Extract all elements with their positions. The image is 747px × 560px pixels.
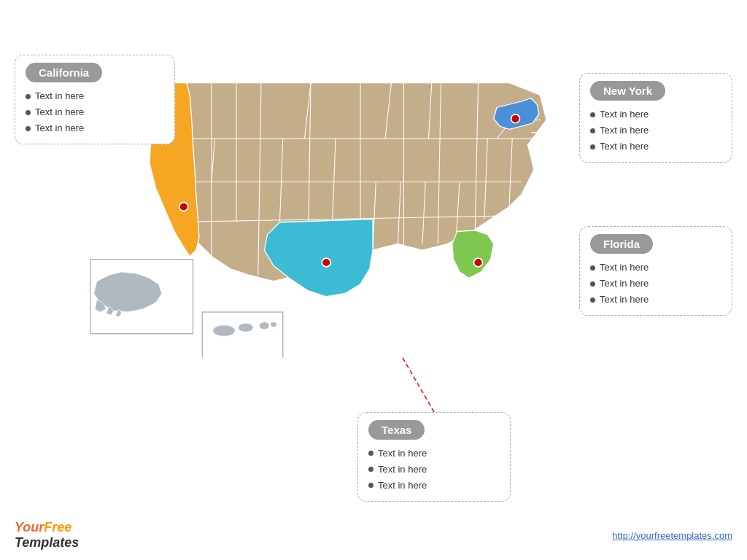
list-item: Text in here	[26, 104, 164, 120]
svg-point-34	[239, 323, 253, 332]
california-items: Text in here Text in here Text in here	[26, 88, 164, 136]
svg-point-40	[474, 258, 483, 267]
bullet-icon	[368, 483, 374, 488]
footer: YourFree Templates http://yourfreetempla…	[0, 520, 747, 551]
list-item: Text in here	[590, 106, 721, 122]
bullet-icon	[368, 451, 374, 456]
bullet-icon	[26, 94, 31, 99]
list-item: Text in here	[590, 276, 721, 292]
texas-title: Texas	[368, 420, 425, 440]
svg-point-39	[511, 114, 520, 123]
footer-url[interactable]: http://yourfreetemplates.com	[612, 530, 732, 541]
california-title: California	[26, 63, 102, 82]
newyork-items: Text in here Text in here Text in here	[590, 106, 721, 155]
logo: YourFree Templates	[15, 520, 79, 551]
bullet-icon	[26, 126, 31, 131]
list-item: Text in here	[368, 478, 500, 494]
list-item: Text in here	[368, 446, 500, 462]
texas-callout: Texas Text in here Text in here Text in …	[357, 412, 511, 502]
list-item: Text in here	[26, 88, 164, 104]
logo-your: Your	[15, 520, 44, 534]
list-item: Text in here	[590, 122, 721, 139]
svg-point-37	[179, 203, 188, 211]
florida-callout: Florida Text in here Text in here Text i…	[579, 226, 732, 316]
bullet-icon	[590, 265, 595, 271]
bullet-icon	[26, 110, 31, 115]
svg-rect-32	[202, 312, 283, 357]
florida-items: Text in here Text in here Text in here	[590, 260, 721, 308]
logo-free: Free	[44, 520, 71, 534]
list-item: Text in here	[590, 260, 721, 276]
texas-items: Text in here Text in here Text in here	[368, 446, 500, 494]
svg-point-38	[322, 258, 330, 267]
newyork-callout: New York Text in here Text in here Text …	[579, 73, 732, 163]
bullet-icon	[590, 112, 595, 117]
list-item: Text in here	[368, 462, 500, 478]
bullet-icon	[590, 298, 595, 303]
california-callout: California Text in here Text in here Tex…	[15, 55, 175, 144]
newyork-title: New York	[590, 81, 665, 101]
bullet-icon	[590, 281, 595, 287]
svg-point-35	[259, 322, 269, 330]
florida-title: Florida	[590, 234, 653, 254]
bullet-icon	[590, 128, 595, 133]
svg-point-33	[213, 325, 236, 336]
bullet-icon	[590, 144, 595, 149]
list-item: Text in here	[26, 120, 164, 136]
list-item: Text in here	[590, 292, 721, 308]
logo-templates: Templates	[15, 535, 79, 550]
svg-point-36	[271, 322, 277, 327]
bullet-icon	[368, 467, 374, 472]
list-item: Text in here	[590, 139, 721, 155]
